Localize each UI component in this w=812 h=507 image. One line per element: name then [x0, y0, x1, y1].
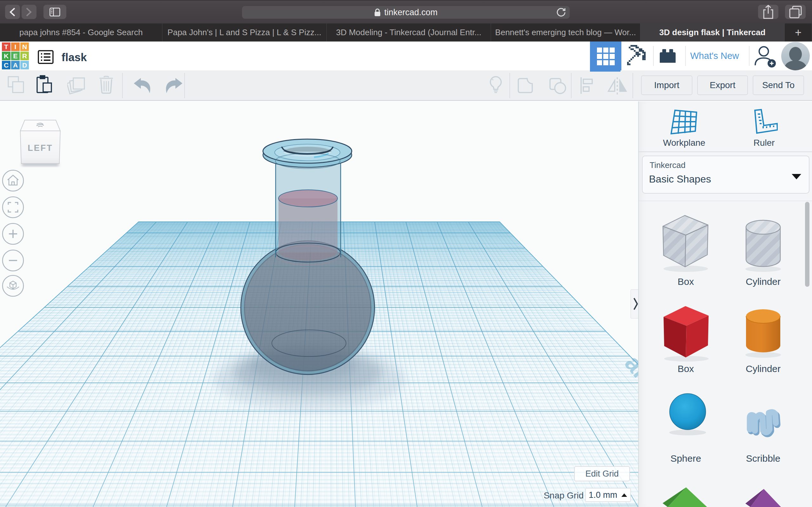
- svg-text:A: A: [13, 61, 18, 69]
- svg-text:T: T: [4, 43, 8, 50]
- svg-text:C: C: [4, 61, 9, 69]
- svg-text:R: R: [22, 52, 27, 60]
- svg-text:N: N: [22, 43, 27, 50]
- svg-text:I: I: [14, 43, 16, 50]
- svg-text:K: K: [4, 52, 9, 60]
- svg-text:D: D: [22, 61, 27, 69]
- svg-text:E: E: [13, 52, 17, 60]
- svg-text:LEFT: LEFT: [28, 143, 53, 153]
